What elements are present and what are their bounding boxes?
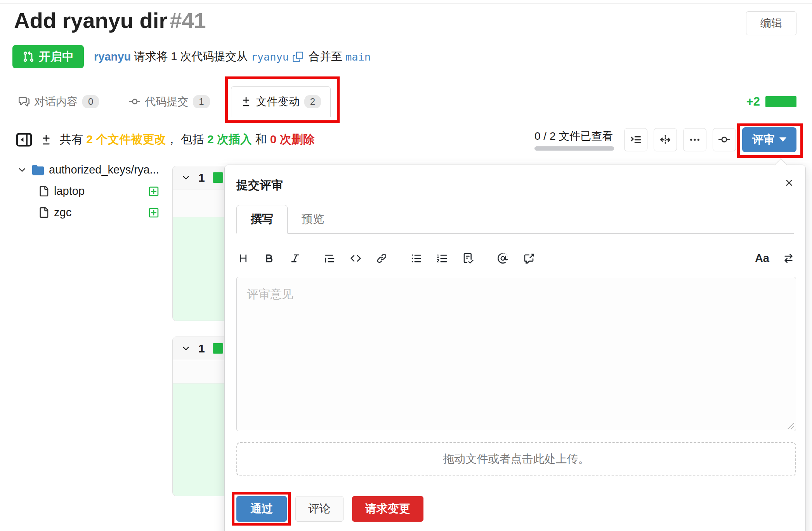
stats-and: 和 (255, 133, 267, 146)
files-viewed-label: 0 / 2 文件已查看 (534, 129, 614, 144)
stats-insertions: 2 次插入 (207, 133, 252, 146)
status-badge-label: 开启中 (39, 49, 74, 65)
list-ordered-icon[interactable] (437, 253, 448, 264)
caret-down-icon (779, 137, 786, 142)
diff-stats: 共有 2 个文件被更改， 包括 2 次插入 和 0 次删除 (16, 131, 315, 148)
approve-button[interactable]: 通过 (236, 496, 287, 522)
tree-file-label: laptop (54, 185, 85, 198)
pr-number: #41 (170, 8, 206, 33)
link-icon[interactable] (377, 253, 387, 264)
tab-write-label: 撰写 (251, 212, 273, 227)
approve-button-label: 通过 (250, 501, 273, 517)
tab-preview[interactable]: 预览 (288, 205, 338, 233)
tree-folder-row[interactable]: authorized_keys/rya... (17, 159, 159, 180)
diff-toolbar: 0 / 2 文件已查看 评审 (534, 127, 796, 152)
comment-button[interactable]: 评论 (295, 496, 344, 522)
dialog-title: 提交评审 (236, 177, 283, 193)
close-icon[interactable] (784, 177, 795, 188)
comments-icon (19, 96, 29, 107)
folder-icon (32, 164, 44, 176)
diffstat-added-label: +2 (746, 95, 760, 109)
chevron-down-icon[interactable] (181, 344, 191, 353)
tree-folder-label: authorized_keys/rya... (49, 163, 159, 176)
file-tree-toggle-icon (630, 134, 642, 146)
pr-meta-row: 开启中 ryanyu 请求将 1 次代码提交从 ryanyu 合并至 main (12, 45, 371, 68)
dialog-buttons: 通过 评论 请求变更 (236, 496, 423, 522)
stats-deletions: 0 次删除 (270, 133, 315, 146)
diff-added-icon[interactable] (148, 207, 159, 218)
expand-diff-button[interactable] (654, 128, 677, 151)
list-unordered-icon[interactable] (411, 253, 422, 264)
source-branch-link[interactable]: ryanyu (251, 51, 289, 63)
tasklist-icon[interactable] (463, 253, 474, 264)
arrow-switch-icon[interactable] (783, 253, 794, 264)
review-button[interactable]: 评审 (742, 127, 796, 152)
tab-commits-label: 代码提交 (145, 94, 188, 109)
meta-merge-text: 合并至 (309, 49, 345, 64)
sidebar-collapse-icon[interactable] (16, 131, 33, 148)
diff-lines-count: 1 (198, 342, 205, 355)
diff-added-bar (213, 343, 223, 354)
file-upload-dropzone[interactable]: 拖动文件或者点击此处上传。 (236, 442, 796, 476)
text-size-button[interactable]: Aa (755, 252, 769, 265)
file-tree: authorized_keys/rya... laptop zgc (17, 159, 159, 223)
tree-file-row[interactable]: zgc (17, 202, 159, 223)
edit-button[interactable]: 编辑 (746, 11, 796, 35)
editor-toolbar: Aa (238, 247, 794, 269)
tab-write[interactable]: 撰写 (236, 205, 288, 234)
files-viewed-progressbar (534, 146, 614, 151)
page-title: Add ryanyu dir#41 (14, 8, 206, 33)
submit-review-dialog: 提交评审 撰写 预览 Aa 拖动文件或者点击此处上传。 通过 (224, 165, 806, 531)
tree-file-row[interactable]: laptop (17, 180, 159, 202)
tab-commits[interactable]: 代码提交 1 (120, 86, 219, 117)
review-button-label: 评审 (752, 132, 775, 148)
tab-conversation-count: 0 (82, 95, 99, 108)
git-commit-icon (129, 96, 140, 107)
expand-diff-icon (659, 134, 671, 146)
editor-toolbar-right: Aa (755, 247, 794, 269)
commit-button[interactable] (713, 128, 736, 151)
mention-icon[interactable] (498, 253, 508, 264)
diff-added-icon[interactable] (148, 186, 159, 197)
tab-conversation[interactable]: 对话内容 0 (9, 86, 108, 117)
copy-branch-icon[interactable] (293, 52, 303, 62)
tree-file-label: zgc (54, 206, 71, 219)
request-changes-button[interactable]: 请求变更 (352, 496, 423, 522)
diffstat-added-bar (765, 96, 796, 107)
diff-stats-row: 共有 2 个文件被更改， 包括 2 次插入 和 0 次删除 0 / 2 文件已查… (16, 117, 796, 162)
tab-files-changed[interactable]: 文件变动 2 (231, 86, 331, 117)
file-tree-toggle-button[interactable] (624, 128, 647, 151)
italic-icon[interactable] (290, 253, 300, 264)
chevron-down-icon[interactable] (17, 165, 27, 175)
files-viewed: 0 / 2 文件已查看 (534, 129, 614, 151)
diff-icon (241, 96, 252, 107)
editor-tabs: 撰写 预览 (236, 205, 794, 234)
resize-handle[interactable] (786, 421, 794, 429)
stats-text: 共有 2 个文件被更改， 包括 2 次插入 和 0 次删除 (60, 132, 315, 148)
bold-icon[interactable] (264, 253, 274, 264)
top-divider (0, 3, 812, 3)
cross-reference-icon[interactable] (524, 253, 534, 264)
edit-button-label: 编辑 (760, 16, 782, 31)
tab-conversation-label: 对话内容 (34, 94, 78, 109)
heading-icon[interactable] (238, 253, 248, 264)
meta-request-text: 请求将 1 次代码提交从 (131, 49, 251, 64)
code-icon[interactable] (350, 253, 361, 264)
git-commit-icon (718, 134, 730, 146)
review-comment-field-wrap (236, 277, 796, 431)
target-branch-link[interactable]: main (345, 51, 371, 63)
request-changes-button-label: 请求变更 (365, 501, 410, 517)
review-comment-input[interactable] (236, 277, 796, 431)
diff-icon (40, 134, 52, 146)
chevron-down-icon[interactable] (181, 173, 191, 182)
more-options-button[interactable] (683, 128, 706, 151)
pr-tabs: 对话内容 0 代码提交 1 文件变动 2 +2 (0, 86, 812, 117)
file-icon (38, 186, 49, 196)
quote-icon[interactable] (324, 253, 335, 264)
comment-button-label: 评论 (308, 501, 331, 517)
author-link[interactable]: ryanyu (94, 50, 131, 63)
diff-added-bar (213, 172, 223, 183)
git-pull-request-icon (23, 51, 34, 62)
diffstat: +2 (746, 86, 796, 117)
upload-hint-text: 拖动文件或者点击此处上传。 (443, 451, 590, 467)
